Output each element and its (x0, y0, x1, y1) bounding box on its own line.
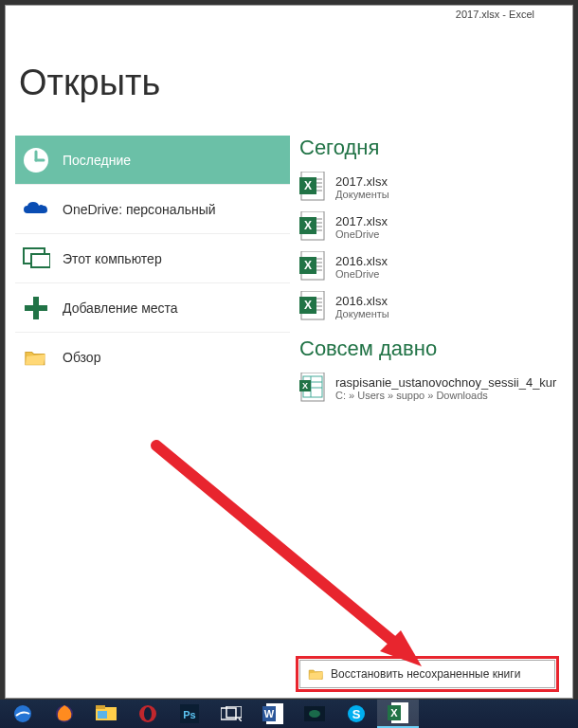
clock-icon (21, 145, 51, 175)
svg-text:W: W (264, 708, 275, 719)
excel-backstage-window: 2017.xlsx - Excel Открыть Последние OneD… (5, 5, 573, 699)
file-name: 2017.xlsx (335, 214, 388, 228)
section-title-long-ago: Совсем давно (299, 337, 572, 361)
file-row[interactable]: 2017.xlsx Документы (299, 168, 572, 208)
svg-rect-19 (31, 254, 50, 267)
taskbar-skype[interactable]: S (335, 700, 377, 728)
svg-text:S: S (352, 707, 361, 721)
file-row[interactable]: 2016.xlsx Документы (299, 287, 572, 327)
taskbar-task-view[interactable] (210, 700, 252, 728)
svg-text:X: X (390, 707, 398, 719)
recent-files-pane: Сегодня 2017.xlsx Документы 2017.xlsx On… (290, 27, 572, 698)
file-path: Документы (335, 189, 389, 200)
svg-rect-21 (25, 305, 47, 311)
taskbar-word[interactable]: W (252, 700, 294, 728)
sidebar-item-recent[interactable]: Последние (15, 136, 290, 185)
page-title: Открыть (19, 63, 160, 103)
recover-unsaved-button[interactable]: Восстановить несохраненные книги (299, 660, 555, 688)
file-path: OneDrive (335, 228, 388, 240)
taskbar-firefox[interactable] (44, 700, 85, 728)
sidebar-item-label: Последние (63, 153, 131, 168)
file-path: Документы (335, 308, 389, 319)
svg-text:Ps: Ps (183, 709, 195, 720)
file-name: 2016.xlsx (335, 254, 388, 268)
taskbar-opera[interactable] (127, 700, 169, 728)
sidebar-item-this-pc[interactable]: Этот компьютер (15, 234, 290, 283)
window-title: 2017.xlsx - Excel (456, 9, 534, 20)
excel-file-icon (299, 172, 326, 202)
file-path: C: » Users » suppo » Downloads (335, 390, 556, 401)
computer-icon (21, 244, 51, 274)
file-row[interactable]: raspisanie_ustanovochnoy_sessii_4_kur C:… (299, 369, 572, 409)
folder-icon (308, 667, 325, 681)
sidebar-item-label: Добавление места (63, 300, 178, 316)
sidebar-item-browse[interactable]: Обзор (15, 333, 290, 382)
sidebar-item-onedrive[interactable]: OneDrive: персональный (15, 185, 290, 234)
svg-rect-28 (96, 705, 105, 709)
xls-file-icon (299, 373, 326, 403)
plus-icon (21, 293, 51, 323)
taskbar-app[interactable] (294, 700, 335, 728)
file-row[interactable]: 2017.xlsx OneDrive (299, 208, 572, 247)
sidebar-item-label: OneDrive: персональный (63, 202, 216, 217)
taskbar-file-explorer[interactable] (85, 700, 127, 728)
titlebar: 2017.xlsx - Excel (6, 6, 572, 27)
sidebar-item-label: Этот компьютер (63, 251, 162, 266)
taskbar-photoshop[interactable]: Ps (169, 700, 210, 728)
section-title-today: Сегодня (299, 136, 572, 160)
onedrive-icon (21, 194, 51, 225)
excel-file-icon (299, 211, 326, 242)
file-path: OneDrive (335, 268, 388, 280)
excel-file-icon (299, 291, 326, 321)
folder-icon (21, 342, 51, 373)
file-name: 2017.xlsx (335, 174, 389, 189)
svg-point-31 (144, 707, 152, 720)
file-name: raspisanie_ustanovochnoy_sessii_4_kur (335, 375, 556, 390)
svg-rect-29 (98, 711, 107, 719)
taskbar-excel[interactable]: X (377, 700, 419, 728)
sidebar-item-label: Обзор (63, 350, 100, 365)
places-list: Последние OneDrive: персональный Этот ко… (6, 27, 290, 698)
file-row[interactable]: 2016.xlsx OneDrive (299, 247, 572, 287)
svg-point-40 (309, 710, 320, 718)
taskbar: Ps W S X (0, 700, 578, 728)
recover-button-label: Восстановить несохраненные книги (331, 667, 520, 681)
excel-file-icon (299, 251, 326, 282)
sidebar-item-add-place[interactable]: Добавление места (15, 283, 290, 333)
taskbar-edge[interactable] (2, 700, 44, 728)
file-name: 2016.xlsx (335, 294, 389, 308)
